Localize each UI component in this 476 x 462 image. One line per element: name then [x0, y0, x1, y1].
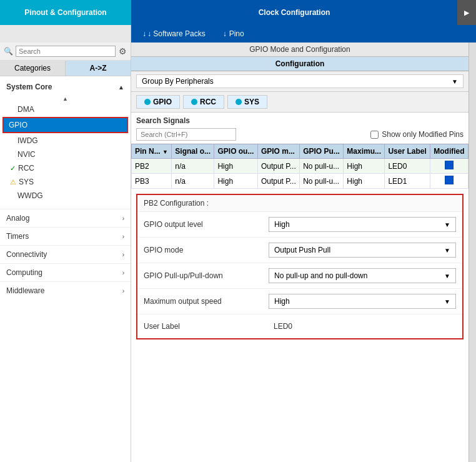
rcc-tab-dot [191, 99, 197, 105]
col-signal[interactable]: Signal o... [172, 144, 214, 159]
tab-sys[interactable]: SYS [227, 95, 267, 109]
sidebar: 🔍 ⚙ Categories A->Z System Core ▲ ▲ [0, 43, 131, 462]
sidebar-item-gpio[interactable]: GPIO [2, 117, 128, 133]
chevron-right-icon-computing: › [122, 269, 124, 276]
tab-categories[interactable]: Categories [0, 61, 66, 76]
dropdown-arrow-icon: ▼ [444, 247, 450, 254]
col-max-speed[interactable]: Maximu... [344, 144, 385, 159]
warning-icon: ⚠ [10, 178, 16, 186]
pb2-configuration-panel: PB2 Configuration : GPIO output level Hi… [136, 194, 464, 339]
check-icon: ✓ [10, 164, 16, 173]
clock-configuration-header[interactable]: Clock Configuration [131, 0, 457, 25]
pino-menu[interactable]: ↓ Pino [217, 29, 250, 38]
chevron-up-icon: ▲ [118, 84, 124, 91]
search-icon: 🔍 [4, 47, 13, 56]
dropdown-arrow-icon: ▼ [452, 78, 458, 85]
pinout-configuration-header[interactable]: Pinout & Configuration [0, 0, 131, 25]
gpio-mode-bar: GPIO Mode and Configuration [131, 43, 469, 57]
sidebar-item-timers[interactable]: Timers › [0, 227, 131, 245]
system-core-header[interactable]: System Core ▲ [0, 79, 131, 95]
table-row[interactable]: PB2 n/a High Output P... No pull-u... Hi… [132, 159, 469, 174]
max-output-speed-dropdown[interactable]: High ▼ [269, 294, 456, 309]
sys-tab-dot [236, 99, 242, 105]
col-pin-number[interactable]: Pin N... ▼ [132, 144, 172, 159]
sidebar-item-analog[interactable]: Analog › [0, 209, 131, 227]
modified-checkbox-pb2[interactable] [445, 161, 454, 169]
header-extra: ▶ [457, 0, 476, 25]
gpio-mode-label: GPIO mode [144, 246, 269, 254]
gpio-tab-dot [144, 99, 151, 105]
table-row[interactable]: PB3 n/a High Output P... No pull-u... Hi… [132, 174, 469, 189]
sidebar-item-computing[interactable]: Computing › [0, 263, 131, 281]
expand-arrow: ▲ [0, 95, 131, 103]
sidebar-item-wwdg[interactable]: WWDG [0, 189, 131, 203]
tab-gpio[interactable]: GPIO [136, 95, 180, 109]
gpio-output-level-label: GPIO output level [144, 220, 269, 229]
sidebar-item-nvic[interactable]: NVIC [0, 148, 131, 161]
col-gpio-out[interactable]: GPIO ou... [214, 144, 257, 159]
max-output-speed-label: Maximum output speed [144, 297, 269, 306]
software-packs-menu[interactable]: ↓ ↓ Software Packs [131, 29, 217, 38]
sidebar-item-sys[interactable]: ⚠ SYS [0, 175, 131, 189]
chevron-right-icon-timers: › [122, 233, 124, 240]
gpio-mode-dropdown[interactable]: Output Push Pull ▼ [269, 243, 456, 258]
col-user-label[interactable]: User Label [385, 144, 430, 159]
search-signals-label: Search Signals [136, 116, 464, 125]
pin-table: Pin N... ▼ Signal o... GPIO ou... GPIO m… [131, 144, 469, 189]
show-modified-checkbox[interactable] [370, 131, 379, 139]
group-by-dropdown[interactable]: Group By Peripherals ▼ [136, 74, 464, 88]
chevron-right-icon-middleware: › [122, 288, 124, 294]
scroll-track[interactable] [469, 43, 476, 462]
gpio-pullup-dropdown[interactable]: No pull-up and no pull-down ▼ [269, 268, 456, 283]
config-header: Configuration [131, 57, 469, 71]
col-modified[interactable]: Modified [430, 144, 469, 159]
chevron-right-icon-connectivity: › [122, 251, 124, 258]
modified-checkbox-pb3[interactable] [445, 176, 454, 184]
dropdown-arrow-icon: ▼ [444, 273, 450, 279]
user-label-value[interactable]: LED0 [269, 319, 456, 333]
sidebar-item-iwdg[interactable]: IWDG [0, 134, 131, 148]
gpio-output-level-dropdown[interactable]: High ▼ [269, 217, 456, 232]
gpio-pullup-label: GPIO Pull-up/Pull-down [144, 271, 269, 280]
sidebar-item-middleware[interactable]: Middleware › [0, 281, 131, 299]
user-label-label: User Label [144, 322, 269, 331]
sidebar-item-rcc[interactable]: ✓ RCC [0, 161, 131, 175]
tab-rcc[interactable]: RCC [183, 95, 224, 109]
content-area: GPIO Mode and Configuration Configuratio… [131, 43, 469, 462]
search-signals-input[interactable] [136, 128, 236, 141]
col-gpio-pull[interactable]: GPIO Pu... [300, 144, 344, 159]
col-gpio-mode[interactable]: GPIO m... [257, 144, 299, 159]
sort-icon: ▼ [162, 149, 168, 155]
pb2-config-title: PB2 Configuration : [137, 195, 462, 212]
sidebar-item-dma[interactable]: DMA [0, 103, 131, 116]
sidebar-item-connectivity[interactable]: Connectivity › [0, 245, 131, 263]
tab-az[interactable]: A->Z [66, 61, 131, 76]
sidebar-search-input[interactable] [16, 46, 116, 57]
dropdown-arrow-icon: ▼ [444, 298, 450, 305]
dropdown-arrow-icon: ▼ [444, 221, 450, 228]
chevron-right-icon: › [122, 215, 124, 222]
gear-icon[interactable]: ⚙ [119, 46, 127, 56]
